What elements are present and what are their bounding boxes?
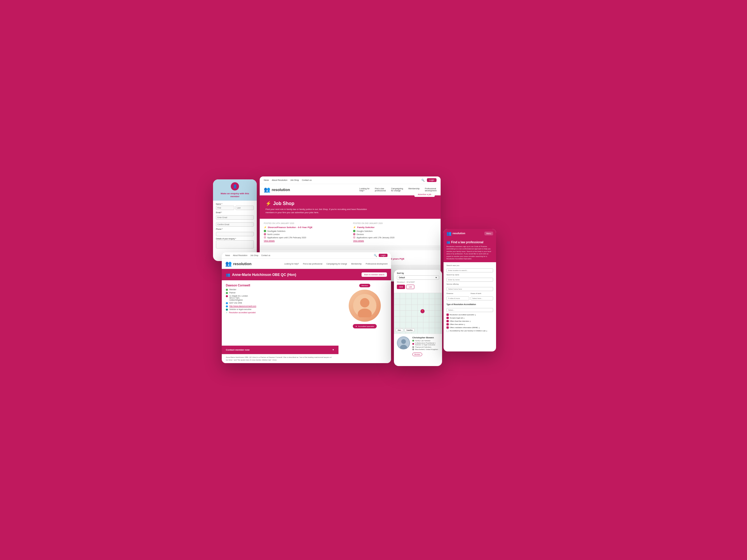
back-to-search-button[interactable]: Back to member search (362, 272, 387, 277)
checkbox-3[interactable] (446, 320, 449, 322)
search-icon[interactable]: 🔍 (421, 179, 424, 182)
profile-main-nav: 👥 resolution Looking for help? Find a la… (222, 259, 391, 269)
pnav-about[interactable]: About Resolution (233, 254, 248, 257)
map-satellite-button[interactable]: Satellite (405, 328, 415, 332)
phone-label: Phone * (216, 228, 254, 230)
enquiry-title: Make an enquiry with this member (216, 192, 254, 198)
service-label: Service offering (446, 283, 493, 285)
nav-about[interactable]: About Resolution (272, 179, 287, 181)
map-controls: Man Satellite (396, 328, 415, 332)
checkbox-5[interactable] (446, 326, 449, 329)
location-icon-2 (353, 233, 355, 235)
profile-search-icon[interactable]: 🔍 (374, 254, 377, 257)
view-details-2[interactable]: View details (353, 240, 437, 242)
nav-contact[interactable]: Contact us (302, 179, 311, 181)
type-dot (226, 309, 228, 311)
website-link[interactable]: http://www.dawsoncornwell.com (229, 305, 256, 307)
area-input[interactable] (471, 296, 493, 300)
accredited-badge: ★ Accredited specialist (353, 324, 377, 328)
profile-logo: 👥 resolution (225, 261, 252, 267)
distance-input[interactable] (446, 296, 469, 300)
accreditation-row: ✓ Resolution accredited specialist (226, 312, 334, 314)
info-icon-6: ℹ (486, 330, 487, 332)
checkbox-row-4: Offers free advice ℹ (446, 323, 493, 325)
service-input[interactable] (446, 287, 493, 291)
member-badge: Member (359, 284, 370, 287)
profile-nav-links: News About Resolution Job Shop Contact u… (225, 254, 270, 257)
pnav2-find[interactable]: Find a law professional (303, 263, 322, 265)
address-row: 11 Staple Inn, London WC1V 7QH, United K… (226, 295, 334, 301)
nav-news[interactable]: News (264, 179, 269, 181)
menu-button[interactable]: Menu (484, 232, 493, 235)
pnav2-campaign[interactable]: Campaigning for change (327, 263, 347, 265)
job-firm-1: Southgate Solicitors (264, 230, 347, 232)
grid-view-button[interactable]: Grid (397, 285, 405, 289)
last-name-input[interactable] (235, 206, 254, 210)
position-row: Partner (226, 292, 334, 294)
website-dot (226, 305, 228, 308)
profile-hero: 👥 Anne-Marie Hutchinson OBE QC (Hon) Bac… (222, 269, 391, 280)
enquiry-form: Name * Email * Phone * Details of your e… (213, 201, 257, 252)
profile-login-button[interactable]: Login (379, 254, 387, 257)
checkbox-1[interactable] (446, 314, 449, 316)
nav-looking[interactable]: Looking forhelp? (360, 188, 370, 192)
pnav2-prof-dev[interactable]: Professional development (366, 263, 387, 265)
accreditation-input[interactable] (446, 308, 493, 312)
accreditation-section-title: Type of Resolution Accreditation (446, 303, 493, 305)
advertise-job-button[interactable]: Advertise a job (414, 192, 435, 197)
mobile-search-device: 👥 resolution Menu 👥 Find a law professio… (443, 229, 496, 351)
nav-jobshop[interactable]: Job Shop (290, 179, 299, 181)
top-nav-links: News About Resolution Job Shop Contact u… (264, 179, 312, 181)
pnav-contact[interactable]: Contact us (261, 254, 270, 257)
nav-professional-dev[interactable]: Professionaldevelopment (425, 188, 437, 192)
profile-right-panel: Member ★ Accredited specialist (338, 280, 391, 363)
search-you-label: Search near you (446, 265, 493, 266)
sort-select[interactable]: Default ▼ (397, 275, 439, 280)
location-icon-1 (264, 233, 266, 235)
list-view-button[interactable]: List (406, 285, 414, 289)
details-textarea[interactable] (216, 240, 254, 248)
map-man-button[interactable]: Man (396, 328, 403, 332)
checkbox-6[interactable] (446, 329, 449, 332)
nav-find-law[interactable]: Find a lawprofessional (375, 188, 386, 192)
checkbox-label-2: Accepts legal aid (450, 317, 463, 319)
search-name-input[interactable] (446, 278, 493, 282)
checkbox-label-4: Offers free advice (450, 323, 463, 325)
hero-subtitle: Find your next role in family law or fam… (265, 208, 374, 214)
pnav2-looking[interactable]: Looking for help? (284, 263, 299, 265)
lawyer-role-dot (412, 340, 414, 342)
job-deadline-2: Applications open until 17th January 202… (353, 236, 437, 239)
mobile-enquiry-device: 👤 Make an enquiry with this member Name … (213, 179, 257, 261)
info-icon-3: ℹ (470, 320, 470, 322)
first-name-input[interactable] (216, 206, 234, 210)
logo-icon: 👥 (264, 186, 270, 193)
email-input[interactable] (216, 215, 254, 220)
contact-btn-bar[interactable]: Contact member now ▼ (222, 346, 338, 354)
role-row: Member (226, 289, 334, 291)
nav-membership[interactable]: Membership (408, 188, 420, 192)
nav-campaigning[interactable]: Campaigningfor change (391, 188, 403, 192)
jobs-grid: POSTED ON 14TH JANUARY 2020 ⚡ Divorce/Fi… (260, 219, 441, 245)
map-tiles (394, 293, 442, 334)
pnav2-membership[interactable]: Membership (351, 263, 362, 265)
check-icon: ✓ (226, 312, 228, 314)
login-button[interactable]: Login (427, 178, 437, 182)
checkbox-2[interactable] (446, 317, 449, 319)
chevron-down-icon: ▼ (435, 276, 437, 278)
name-field-row (216, 206, 254, 211)
mobile-map-device: Sort by Default ▼ Showing 1 - 10 of 6227… (394, 270, 442, 366)
details-label: Details of your enquiry * (216, 238, 254, 240)
checkbox-4[interactable] (446, 323, 449, 325)
phone-input[interactable] (216, 232, 254, 236)
confirm-email-input[interactable] (216, 222, 254, 226)
view-details-1[interactable]: View details (264, 240, 347, 242)
logo-text: resolution (272, 188, 290, 192)
pnav-news[interactable]: News (225, 254, 230, 257)
profile-hero-title: 👥 Anne-Marie Hutchinson OBE QC (Hon) (226, 273, 296, 277)
job-col-2: POSTED ON 2ND JANUARY 2020 ⚡ Family Soli… (353, 222, 437, 242)
phone-dot (226, 302, 228, 304)
profile-body: Dawson Cornwell Member Partner 11 Staple… (222, 280, 391, 363)
pnav-jobshop[interactable]: Job Shop (250, 254, 258, 257)
name-label: Name * (216, 203, 254, 205)
search-you-input[interactable] (446, 268, 493, 272)
